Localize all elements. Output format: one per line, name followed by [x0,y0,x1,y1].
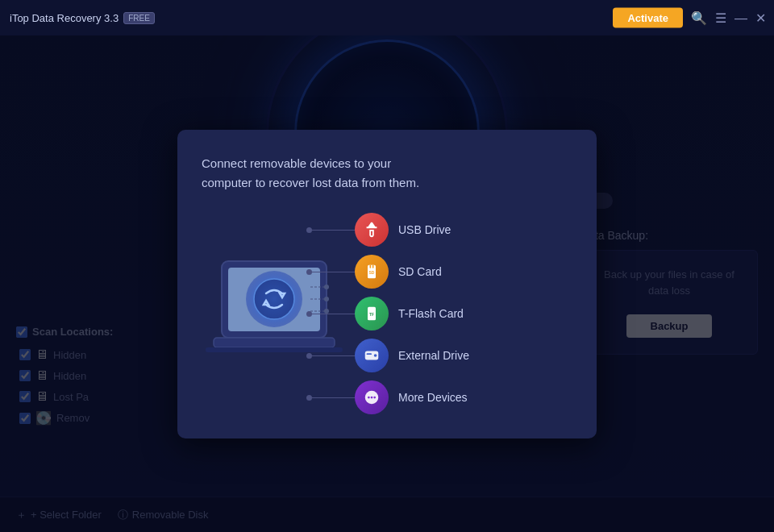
menu-icon[interactable]: ☰ [715,10,726,26]
window-controls: Activate 🔍 ☰ — ✕ [613,8,766,28]
svg-point-23 [371,396,373,398]
external-drive-label: External Drive [398,349,469,362]
connector-line [306,230,355,231]
search-icon[interactable]: 🔍 [691,10,707,26]
svg-text:SD: SD [369,270,375,275]
sd-card-icon: SD [355,255,389,289]
sd-card-label: SD Card [398,265,442,278]
close-icon[interactable]: ✕ [755,10,766,26]
svg-point-20 [374,354,377,357]
list-item[interactable]: SD SD Card [355,255,572,289]
list-item[interactable]: External Drive [355,339,572,372]
usb-drive-label: USB Drive [398,223,451,236]
more-devices-icon [355,380,389,414]
minimize-icon[interactable]: — [734,10,747,25]
device-list: USB Drive SD SD Card TF T- [347,213,572,414]
svg-rect-14 [372,264,374,268]
more-devices-label: More Devices [398,391,468,404]
usb-drive-icon [355,213,389,247]
svg-rect-13 [370,264,372,268]
modal-description: Connect removable devices to your comput… [202,154,443,193]
removable-devices-modal: Connect removable devices to your comput… [177,130,597,438]
list-item[interactable]: USB Drive [355,213,572,247]
svg-point-24 [373,396,376,398]
free-badge: FREE [123,12,155,24]
connector-line [306,397,355,398]
svg-point-3 [254,279,294,319]
svg-point-7 [324,285,329,289]
svg-point-22 [368,396,370,398]
svg-rect-5 [206,347,343,352]
external-drive-icon [355,339,389,372]
modal-overlay: Connect removable devices to your comput… [0,35,774,532]
svg-point-9 [324,297,329,301]
list-item[interactable]: TF T-Flash Card [355,297,572,330]
svg-text:TF: TF [369,311,374,316]
list-item[interactable]: More Devices [355,380,572,414]
main-content: SCAN Deep Scan ⓘ Scan Locations: 🖥 Hidde… [0,35,774,532]
svg-rect-19 [367,353,372,355]
tf-card-label: T-Flash Card [398,307,464,320]
app-title: iTop Data Recovery 3.3 FREE [10,12,155,24]
svg-rect-4 [214,338,335,347]
connector-line [306,314,355,314]
modal-body: USB Drive SD SD Card TF T- [202,213,572,414]
title-bar: iTop Data Recovery 3.3 FREE Activate 🔍 ☰… [0,0,774,35]
connector-line [306,355,355,356]
tf-card-icon: TF [355,297,389,330]
connector-line [306,272,355,272]
activate-button[interactable]: Activate [613,8,683,28]
